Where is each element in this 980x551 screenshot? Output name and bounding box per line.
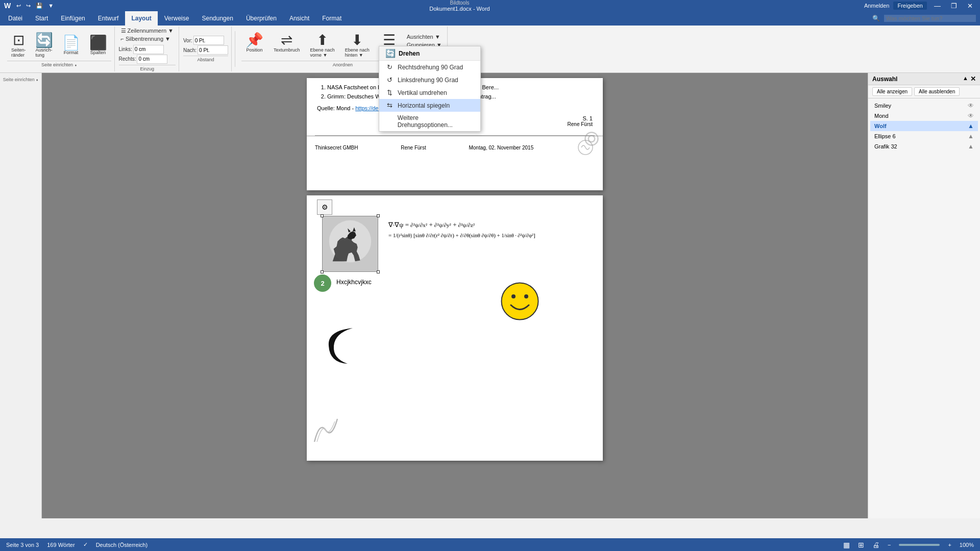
tab-layout[interactable]: Layout: [125, 11, 157, 26]
dropdown-item-horizontal[interactable]: ⇆ Horizontal spiegeln: [379, 99, 480, 112]
ribbon-btn-ebene-hinten[interactable]: ⬇ Ebene nachhinten ▼: [341, 31, 374, 60]
ribbon-group-seite: ⊡ Seiten-ränder 🔄 Ausrich-tung 📄 Format …: [4, 27, 115, 71]
tab-ueberpruefen[interactable]: Überprüfen: [240, 11, 283, 26]
tab-datei[interactable]: Datei: [2, 11, 29, 26]
wolf-image-container[interactable]: [322, 216, 378, 272]
page-content-2: ⚙: [307, 195, 603, 212]
search-input[interactable]: [884, 15, 976, 22]
zoom-in-icon[interactable]: +: [948, 542, 951, 548]
word-count: 169 Wörter: [47, 542, 75, 548]
right90-icon: ↻: [385, 63, 394, 71]
moon-svg: [325, 323, 365, 369]
panel-item-wolf-eye[interactable]: ▲: [968, 122, 974, 130]
btn-hide-all[interactable]: Alle ausblenden: [914, 87, 960, 96]
green-circle: 2: [314, 274, 331, 292]
dropdown-item-right90[interactable]: ↻ Rechtsdrehung 90 Grad: [379, 61, 480, 73]
formula-line2: = 1/(r²sinθ) [sinθ ∂/∂r(r² ∂ψ/∂r) + ∂/∂θ…: [388, 232, 535, 238]
wolf-svg: [323, 216, 378, 272]
spell-check-icon[interactable]: ✓: [83, 541, 88, 548]
quick-access-undo[interactable]: ↩: [15, 3, 22, 9]
seitenraender-label: Seiten-ränder: [11, 47, 26, 58]
panel-close[interactable]: ✕: [970, 75, 976, 83]
panel-item-ellipse[interactable]: Ellipse 6 ▲: [870, 131, 978, 141]
language[interactable]: Deutsch (Österreich): [96, 542, 148, 548]
btn-show-all[interactable]: Alle anzeigen: [872, 87, 912, 96]
sidebar-nav-item: Seite einrichten ⬧: [3, 77, 39, 82]
panel-item-wolf-label: Wolf: [874, 123, 887, 129]
links-input[interactable]: [133, 45, 164, 54]
ausrichten-btn[interactable]: Ausrichten ▼: [405, 33, 444, 40]
zoom-slider[interactable]: [899, 544, 940, 546]
footer-date: Montag, 02. November 2015: [469, 145, 533, 151]
quick-access-redo[interactable]: ↪: [24, 3, 32, 9]
tab-sendungen[interactable]: Sendungen: [195, 11, 239, 26]
panel-item-grafik-eye[interactable]: ▲: [968, 143, 974, 150]
tab-format[interactable]: Format: [316, 11, 348, 26]
zoom-percent: 100%: [960, 542, 974, 548]
tab-start[interactable]: Start: [29, 11, 54, 26]
dropdown-item-more[interactable]: Weitere Drehungsoptionen...: [379, 112, 480, 131]
panel-item-grafik[interactable]: Grafik 32 ▲: [870, 141, 978, 152]
panel-item-mond[interactable]: Mond 👁: [870, 111, 978, 121]
search-bar: 🔍: [868, 15, 980, 22]
panel-item-ellipse-label: Ellipse 6: [874, 133, 896, 139]
nach-label: Nach:: [183, 47, 197, 53]
signin-btn[interactable]: Anmelden: [864, 3, 890, 9]
view-print-icon[interactable]: 🖨: [872, 541, 879, 549]
silbentrennung-btn[interactable]: ⌐ Silbentrennung ▼: [119, 35, 173, 42]
ausrichtung-label: Ausrich-tung: [36, 47, 53, 58]
quick-access-save[interactable]: 💾: [34, 3, 44, 9]
panel-item-smiley-eye[interactable]: 👁: [968, 102, 974, 109]
search-icon: 🔍: [872, 15, 880, 22]
panel-item-mond-eye[interactable]: 👁: [968, 112, 974, 119]
view-web-icon[interactable]: ⊞: [858, 541, 864, 549]
page-footer-1: Thinksecret GMBH Rene Fürst Montag, 02. …: [307, 136, 603, 159]
ausrichtung-icon: 🔄: [35, 33, 53, 47]
tab-ansicht[interactable]: Ansicht: [283, 11, 315, 26]
handle-bl[interactable]: [321, 270, 324, 273]
ribbon: ⊡ Seiten-ränder 🔄 Ausrich-tung 📄 Format …: [0, 26, 980, 73]
zeilennummern-btn[interactable]: ☰ Zeilennummern ▼: [119, 27, 176, 35]
tab-entwurf[interactable]: Entwurf: [92, 11, 125, 26]
minimize-btn[interactable]: —: [931, 2, 944, 10]
handle-br[interactable]: [377, 270, 380, 273]
vor-input[interactable]: [193, 36, 224, 45]
maximize-btn[interactable]: ❐: [948, 2, 960, 10]
footer-author: Rene Fürst: [401, 145, 426, 151]
ribbon-btn-position[interactable]: 📌 Position: [241, 31, 267, 55]
handle-tr[interactable]: [377, 214, 380, 217]
titlebar-right: Anmelden Freigeben — ❐ ✕: [864, 2, 976, 10]
tab-einfuegen[interactable]: Einfügen: [55, 11, 91, 26]
ribbon-btn-spalten[interactable]: ⬛ Spalten: [85, 34, 111, 57]
nach-input[interactable]: [198, 45, 228, 55]
panel-item-wolf[interactable]: Wolf ▲: [870, 121, 978, 131]
close-btn[interactable]: ✕: [964, 2, 976, 10]
source-label: Quelle: Mond -: [317, 105, 355, 111]
wolf-image[interactable]: [322, 216, 378, 272]
panel-item-mond-label: Mond: [874, 113, 889, 119]
rechts-label: Rechts:: [119, 56, 136, 62]
ribbon-btn-ebene-vorne[interactable]: ⬆ Ebene nachvorne ▼: [306, 31, 339, 60]
quick-access-more[interactable]: ▼: [46, 3, 55, 9]
panel-scroll-up[interactable]: ▲: [963, 75, 968, 83]
dropdown-item-vertikal[interactable]: ⇅ Vertikal umdrehen: [379, 86, 480, 99]
ribbon-btn-format[interactable]: 📄 Format: [58, 34, 84, 57]
panel-item-ellipse-eye[interactable]: ▲: [968, 133, 974, 140]
svg-point-7: [524, 294, 528, 298]
ribbon-btn-textumbruch[interactable]: ⇌ Textumbruch: [270, 31, 304, 55]
share-btn[interactable]: Freigeben: [893, 2, 927, 10]
right90-label: Rechtsdrehung 90 Grad: [398, 64, 463, 71]
format-icon: 📄: [62, 36, 80, 50]
panel-item-smiley[interactable]: Smiley 👁: [870, 101, 978, 111]
ebene-hinten-icon: ⬇: [351, 33, 363, 47]
handle-tl[interactable]: [321, 214, 324, 217]
drehen-header-icon: 🔄: [385, 48, 396, 58]
tab-verweise[interactable]: Verweise: [158, 11, 195, 26]
dropdown-item-left90[interactable]: ↺ Linksdrehung 90 Grad: [379, 73, 480, 86]
drehen-dropdown: 🔄 Drehen ↻ Rechtsdrehung 90 Grad ↺ Links…: [379, 46, 481, 132]
view-normal-icon[interactable]: ▦: [843, 541, 850, 549]
ribbon-btn-seitenraender[interactable]: ⊡ Seiten-ränder: [7, 31, 30, 60]
ribbon-btn-ausrichtung[interactable]: 🔄 Ausrich-tung: [31, 31, 57, 60]
zoom-out-icon[interactable]: −: [888, 542, 891, 548]
rechts-input[interactable]: [137, 55, 167, 64]
